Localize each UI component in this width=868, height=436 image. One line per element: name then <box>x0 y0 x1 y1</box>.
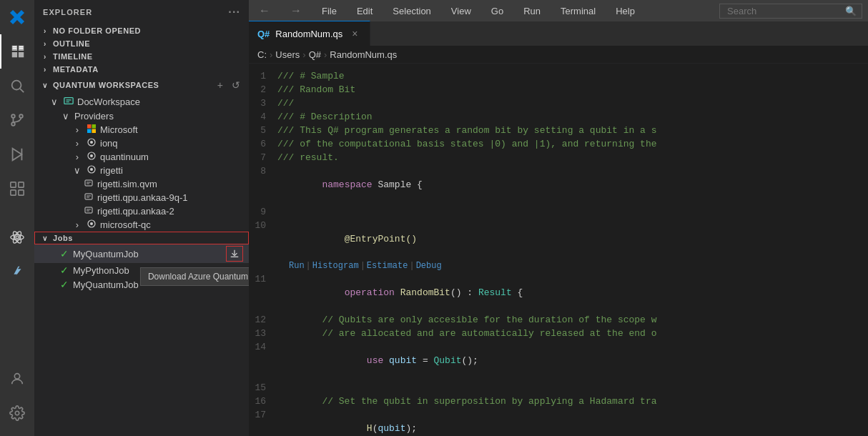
menu-terminal[interactable]: Terminal <box>556 4 600 18</box>
provider-microsoft-qc-label: microsoft-qc <box>100 219 249 230</box>
providers-section[interactable]: ∨ Providers <box>34 109 249 123</box>
svg-rect-28 <box>92 129 97 134</box>
code-line-5: 5 /// This Q# program generates a random… <box>249 124 868 137</box>
search-input[interactable] <box>719 4 862 19</box>
tab-bar: Q# RandomNum.qs × <box>249 21 868 46</box>
menu-help[interactable]: Help <box>611 4 639 18</box>
tab-close-button[interactable]: × <box>348 27 361 40</box>
job-my-quantum-job[interactable]: ✓ MyQuantumJob Download Azure Quantum jo… <box>34 244 249 263</box>
svg-point-17 <box>11 234 24 239</box>
explorer-activity-icon[interactable] <box>0 34 34 69</box>
download-btn-wrapper: Download Azure Quantum job results <box>226 246 243 262</box>
sidebar-item-metadata[interactable]: › METADATA <box>34 63 249 76</box>
outline-label: OUTLINE <box>53 39 90 48</box>
tab-random-num-qs[interactable]: Q# RandomNum.qs × <box>249 21 370 46</box>
sidebar-item-no-folder[interactable]: › NO FOLDER OPENED <box>34 24 249 37</box>
sidebar-item-outline[interactable]: › OUTLINE <box>34 37 249 50</box>
svg-line-5 <box>20 89 24 92</box>
breadcrumb-filename[interactable]: RandomNum.qs <box>330 49 397 60</box>
device-icon <box>83 206 94 217</box>
workspace-icon <box>63 96 74 108</box>
chevron-right-icon: › <box>71 219 83 230</box>
code-line-1: 1 /// # Sample <box>249 69 868 83</box>
sidebar-content: › NO FOLDER OPENED › OUTLINE › TIMELINE … <box>34 24 249 436</box>
no-folder-label: NO FOLDER OPENED <box>53 26 141 35</box>
extensions-activity-icon[interactable] <box>0 172 34 206</box>
job-name-label: MyQuantumJob <box>73 249 226 259</box>
provider-quantinuum-label: quantinuum <box>100 152 249 162</box>
workspace-docworkspace[interactable]: ∨ DocWorkspace <box>34 94 249 109</box>
svg-rect-15 <box>19 190 24 195</box>
codelens-histogram[interactable]: Histogram <box>312 259 359 273</box>
quantum-activity-icon[interactable] <box>0 220 34 254</box>
chevron-right-icon: › <box>71 124 83 135</box>
svg-rect-22 <box>64 98 73 104</box>
nav-back-button[interactable]: ← <box>255 3 275 19</box>
rigetti-sim-qvm-label: rigetti.sim.qvm <box>97 179 249 189</box>
download-job-results-button[interactable] <box>226 246 243 262</box>
chevron-right-icon: › <box>40 53 50 61</box>
provider-icon <box>86 219 97 230</box>
provider-quantinuum[interactable]: › quantinuum <box>34 150 249 164</box>
code-line-10: 10 @EntryPoint() <box>249 219 868 259</box>
job-success-icon: ✓ <box>60 248 69 259</box>
rigetti-qpu-ankaa-9q-1[interactable]: rigetti.qpu.ankaa-9q-1 <box>34 191 249 204</box>
svg-point-45 <box>90 222 93 225</box>
provider-rigetti[interactable]: ∨ rigetti <box>34 164 249 177</box>
menu-view[interactable]: View <box>447 4 475 18</box>
add-workspace-button[interactable]: + <box>214 78 226 92</box>
sidebar-item-timeline[interactable]: › TIMELINE <box>34 50 249 63</box>
menu-selection[interactable]: Selection <box>388 4 435 18</box>
codelens-estimate[interactable]: Estimate <box>367 259 408 273</box>
svg-rect-0 <box>13 46 17 47</box>
svg-point-4 <box>12 81 21 90</box>
code-line-12: 12 // Qubits are only accesible for the … <box>249 313 868 327</box>
account-activity-icon[interactable] <box>0 362 34 396</box>
svg-point-21 <box>15 411 19 415</box>
jobs-section-header[interactable]: ∨ Jobs <box>34 232 249 244</box>
provider-microsoft[interactable]: › Microsoft <box>34 123 249 137</box>
chevron-down-icon: ∨ <box>71 165 83 176</box>
provider-ionq[interactable]: › ionq <box>34 137 249 150</box>
code-editor[interactable]: 1 /// # Sample 2 /// Random Bit 3 /// 4 … <box>249 64 868 436</box>
rigetti-sim-qvm[interactable]: rigetti.sim.qvm <box>34 177 249 191</box>
sidebar-title-label: EXPLORER <box>43 8 92 16</box>
codelens-debug[interactable]: Debug <box>416 259 442 273</box>
provider-microsoft-qc[interactable]: › microsoft-qc <box>34 218 249 232</box>
breadcrumb-qsharp[interactable]: Q# <box>309 49 321 60</box>
chevron-right-icon: › <box>40 27 50 35</box>
nav-forward-button[interactable]: → <box>286 3 306 19</box>
sidebar-item-quantum-workspaces[interactable]: ∨ QUANTUM WORKSPACES + ↺ <box>34 76 249 94</box>
code-line-16: 16 // Set the qubit in superposition by … <box>249 395 868 408</box>
breadcrumb-users[interactable]: Users <box>275 49 300 60</box>
svg-rect-3 <box>19 48 24 49</box>
rigetti-qpu-ankaa-2-label: rigetti.qpu.ankaa-2 <box>97 206 249 217</box>
settings-activity-icon[interactable] <box>0 396 34 430</box>
refresh-workspace-button[interactable]: ↺ <box>229 78 243 92</box>
provider-icon <box>86 138 97 149</box>
activity-bar <box>0 0 34 436</box>
chevron-right-icon: › <box>71 138 83 149</box>
provider-rigetti-label: rigetti <box>100 165 249 176</box>
menu-run[interactable]: Run <box>519 4 545 18</box>
svg-rect-12 <box>11 182 16 187</box>
svg-rect-25 <box>87 124 92 129</box>
breadcrumb-c[interactable]: C: <box>257 49 267 60</box>
search-activity-icon[interactable] <box>0 69 34 103</box>
azure-activity-icon[interactable] <box>0 254 34 289</box>
code-line-11: 11 operation RandomBit() : Result { <box>249 272 868 313</box>
menu-file[interactable]: File <box>317 4 341 18</box>
search-wrapper: 🔍 <box>719 4 862 19</box>
svg-rect-2 <box>19 46 24 47</box>
menu-go[interactable]: Go <box>487 4 508 18</box>
menu-edit[interactable]: Edit <box>352 4 377 18</box>
chevron-right-icon: › <box>71 152 83 162</box>
source-control-activity-icon[interactable] <box>0 103 34 137</box>
sidebar-more-button[interactable]: ··· <box>228 6 240 19</box>
svg-point-34 <box>90 168 93 171</box>
codelens-run[interactable]: Run <box>289 259 305 273</box>
rigetti-qpu-ankaa-2[interactable]: rigetti.qpu.ankaa-2 <box>34 204 249 218</box>
run-activity-icon[interactable] <box>0 137 34 172</box>
provider-ionq-label: ionq <box>100 138 249 149</box>
provider-icon <box>86 152 97 162</box>
